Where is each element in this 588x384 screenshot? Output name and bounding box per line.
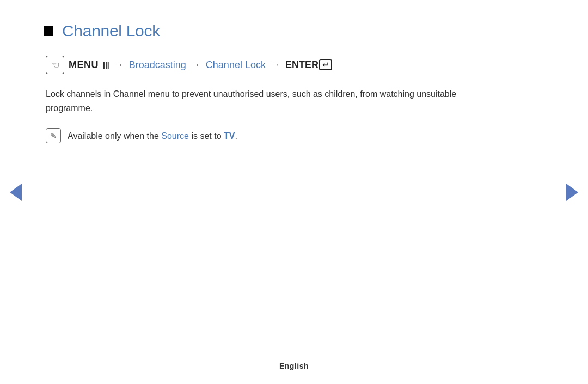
main-content: Channel Lock ☜ MENU ||| → Broadcasting →…	[0, 0, 534, 165]
channel-lock-link[interactable]: Channel Lock	[206, 59, 266, 71]
note-icon: ✎	[46, 128, 61, 143]
title-row: Channel Lock	[44, 22, 490, 40]
menu-bars: |||	[103, 60, 109, 69]
note-text-middle: is set to	[189, 131, 224, 141]
enter-wrapper: ENTER↵	[285, 59, 332, 71]
page-title: Channel Lock	[62, 22, 160, 40]
menu-label: MENU	[69, 59, 99, 71]
footer-language: English	[279, 362, 309, 370]
menu-button-icon: ☜	[46, 56, 64, 74]
arrow-1: →	[115, 60, 124, 70]
section-icon	[44, 26, 53, 36]
note-row: ✎ Available only when the Source is set …	[46, 128, 490, 143]
nav-arrow-right[interactable]	[566, 184, 578, 201]
broadcasting-link[interactable]: Broadcasting	[129, 59, 186, 71]
note-text-end: .	[235, 131, 237, 141]
menu-path-row: ☜ MENU ||| → Broadcasting → Channel Lock…	[46, 56, 490, 74]
arrow-3: →	[271, 60, 280, 70]
source-link[interactable]: Source	[161, 131, 189, 141]
description-text: Lock channels in Channel menu to prevent…	[46, 87, 490, 116]
note-text-before: Available only when the	[68, 131, 161, 141]
footer: English	[0, 361, 588, 371]
enter-label: ENTER	[285, 59, 318, 71]
nav-arrow-left[interactable]	[10, 184, 22, 201]
note-text: Available only when the Source is set to…	[68, 128, 237, 143]
enter-icon: ↵	[319, 59, 332, 70]
tv-link[interactable]: TV	[224, 131, 235, 141]
arrow-2: →	[192, 60, 200, 70]
